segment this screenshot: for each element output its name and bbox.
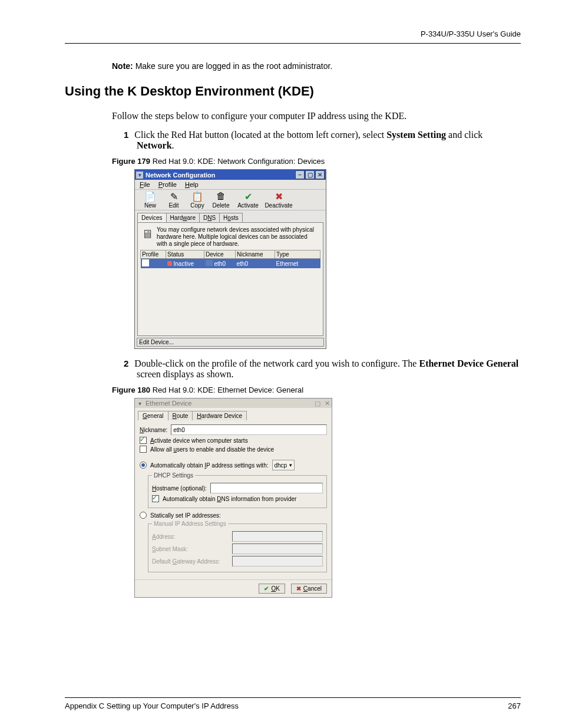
minimize-button[interactable]: – (295, 170, 305, 179)
page: P-334U/P-335U User's Guide Note: Make su… (0, 0, 562, 728)
window-menu-icon[interactable]: ▾ (136, 400, 143, 407)
col-profile[interactable]: Profile (141, 251, 166, 259)
info-row: 🖥 You may configure network devices asso… (140, 225, 320, 250)
col-nickname[interactable]: Nickname (236, 251, 275, 259)
menubar: File Profile Help (135, 180, 326, 189)
step-2: 2 Double-click on the profile of the net… (124, 358, 521, 380)
activate-icon: ✔ (242, 191, 254, 202)
profile-checkbox[interactable] (142, 259, 149, 266)
cell-device: eth0 (204, 259, 236, 269)
window-menu-icon[interactable]: ▾ (136, 172, 143, 179)
titlebar[interactable]: ▾ Network Configuration – ▢ ✕ (135, 170, 326, 180)
tab-devices[interactable]: Devices (137, 213, 167, 222)
step-1-bold-2: Network (137, 140, 172, 150)
manual-legend: Manual IP Address Settings (152, 521, 228, 527)
info-text: You may configure network devices associ… (157, 226, 319, 248)
button-row: ✔OK ✖Cancel (135, 579, 332, 597)
ok-icon: ✔ (264, 585, 269, 592)
protocol-value: dhcp (275, 462, 287, 469)
figure-180-label: Figure 180 (112, 386, 150, 394)
col-status[interactable]: Status (166, 251, 204, 259)
hostname-row: Hostname (optional): (152, 483, 323, 493)
footer-page-number: 267 (508, 701, 521, 710)
auto-ip-radio[interactable] (140, 462, 147, 469)
tab-hardware-device[interactable]: Hardware Device (192, 411, 247, 420)
tab-hosts[interactable]: Hosts (219, 213, 243, 222)
toolbar-copy-label: Copy (190, 202, 204, 209)
status-dot-icon (167, 261, 172, 266)
figure-180-caption: Figure 180 Red Hat 9.0: KDE: Ethernet De… (112, 386, 521, 394)
step-number: 2 (124, 358, 128, 368)
table-row[interactable]: Inactive eth0 eth0 Ethernet (141, 259, 320, 269)
doc-title: P-334U/P-335U User's Guide (421, 29, 521, 38)
edit-icon: ✎ (168, 191, 180, 202)
col-type[interactable]: Type (275, 251, 320, 259)
dhcp-legend: DHCP Settings (152, 472, 195, 479)
static-ip-label: Statically set IP addresses: (150, 512, 221, 519)
close-button[interactable]: ✕ (315, 170, 325, 179)
tab-devices-label: Devices (141, 215, 163, 221)
static-ip-row: Statically set IP addresses: (140, 512, 327, 519)
titlebar[interactable]: ▾ Ethernet Device ▢ ✕ (135, 398, 332, 408)
footer-left: Appendix C Setting up Your Computer's IP… (65, 701, 239, 710)
activate-checkbox[interactable] (140, 437, 147, 444)
step-2-bold: Ethernet Device General (419, 358, 518, 368)
cell-status: Inactive (166, 259, 204, 269)
hostname-input[interactable] (210, 483, 323, 493)
ok-button[interactable]: ✔OK (259, 584, 285, 594)
nickname-row: Nickname: eth0 (140, 424, 327, 435)
figure-179-caption: Figure 179 Red Hat 9.0: KDE: Network Con… (112, 157, 521, 166)
auto-dns-checkbox[interactable] (152, 495, 159, 502)
address-row: Address: (152, 531, 323, 542)
toolbar: 📄New ✎Edit 📋Copy 🗑Delete ✔Activate ✖Deac… (135, 189, 326, 210)
step-1-bold-1: System Setting (386, 130, 446, 140)
toolbar-delete[interactable]: 🗑Delete (209, 191, 233, 209)
ethernet-device-window: ▾ Ethernet Device ▢ ✕ General Route Hard… (134, 398, 332, 598)
page-footer: Appendix C Setting up Your Computer's IP… (65, 697, 521, 710)
step-1-text-c: . (172, 140, 174, 150)
nickname-value: eth0 (173, 427, 184, 433)
tab-hardware[interactable]: Hardware (166, 213, 200, 222)
allow-users-label: Allow all users to enable and disable th… (150, 446, 274, 453)
allow-users-checkbox[interactable] (140, 446, 147, 453)
note-text: Make sure you are logged in as the root … (135, 61, 333, 71)
toolbar-new[interactable]: 📄New (138, 191, 162, 209)
protocol-select[interactable]: dhcp (272, 460, 295, 470)
menu-profile[interactable]: Profile (158, 181, 177, 188)
toolbar-edit[interactable]: ✎Edit (162, 191, 186, 209)
step-2-text-a: Double-click on the profile of the netwo… (134, 358, 419, 368)
tab-dns[interactable]: DNS (199, 213, 220, 222)
toolbar-activate[interactable]: ✔Activate (233, 191, 263, 209)
subnet-input (232, 543, 323, 554)
col-device[interactable]: Device (204, 251, 236, 259)
nickname-input[interactable]: eth0 (171, 424, 327, 435)
ok-label: OK (271, 585, 279, 592)
note-line: Note: Make sure you are logged in as the… (112, 61, 521, 71)
manual-fieldset: Manual IP Address Settings Address: Subn… (148, 521, 327, 572)
nickname-label: Nickname: (140, 427, 167, 433)
cell-type: Ethernet (275, 259, 320, 269)
toolbar-copy[interactable]: 📋Copy (186, 191, 209, 209)
static-ip-radio[interactable] (140, 512, 147, 519)
toolbar-deactivate-label: Deactivate (265, 202, 292, 209)
activate-row: Activate device when computer starts (140, 437, 327, 444)
menu-file[interactable]: File (140, 181, 150, 188)
subnet-label: Subnet Mask: (152, 546, 229, 552)
statusbar: Edit Device... (137, 338, 324, 347)
cell-nickname: eth0 (236, 259, 275, 269)
cancel-button[interactable]: ✖Cancel (291, 584, 327, 594)
devices-icon: 🖥 (141, 226, 153, 242)
tab-body: 🖥 You may configure network devices asso… (137, 222, 323, 336)
tab-general[interactable]: General (138, 411, 168, 420)
toolbar-delete-label: Delete (213, 202, 230, 209)
tab-route[interactable]: Route (168, 411, 193, 420)
form-body: Nickname: eth0 Activate device when comp… (135, 420, 332, 579)
menu-help[interactable]: Help (185, 181, 199, 188)
network-config-window: ▾ Network Configuration – ▢ ✕ File Profi… (134, 169, 326, 349)
address-label: Address: (152, 533, 229, 540)
intro-text: Follow the steps below to configure your… (112, 111, 521, 121)
close-button[interactable]: ✕ (323, 400, 330, 407)
maximize-button[interactable]: ▢ (305, 170, 315, 179)
maximize-button[interactable]: ▢ (314, 400, 321, 407)
toolbar-deactivate[interactable]: ✖Deactivate (263, 191, 294, 209)
